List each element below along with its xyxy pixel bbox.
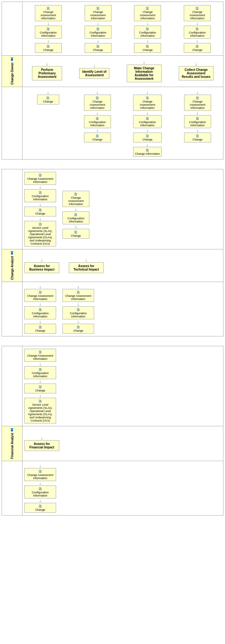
doc-icon: 🗎 [38,469,42,473]
lane-financial-analyst-label: Financial Analyst [10,433,14,459]
arr25: ↓ [41,258,43,262]
arr-in-1: ↓ [46,62,48,66]
doc-icon: 🗎 [38,399,42,403]
process-assess-technical: ↓ Assess for Technical Impact [69,258,104,273]
lane-financial-analyst: 👤 Financial Analyst ↓ Assess for Financi… [2,426,223,461]
lane-change-analyst-content: ↓ Assess for Business Impact ↓ Assess fo… [22,249,223,282]
doc-icon: 🗎 [145,134,150,138]
data-change-4: 🗎 Change [184,43,211,53]
process-identify-level: ↓ Identify Level of Assessment [79,64,109,79]
doc-icon: 🗎 [46,96,50,100]
doc-icon: 🗎 [74,230,78,234]
arr-in-4: ↓ [195,62,197,66]
data-change-assess-4: 🗎 Change Assessment Information [184,5,211,21]
lane-bottom-data: ↓ 🗎 Change ↓ 🗎 Change Assessment Informa… [2,87,223,159]
lane3-bottom-data: ↓ 🗎 Change Assessment Information ↓ 🗎 Co… [2,461,223,516]
data-config-info-2: 🗎 Configuration Information [85,26,112,39]
doc-icon: 🗎 [74,213,78,217]
s3-data-change-1: 🗎 Change [24,384,56,393]
col4-bottom-data: ↓ 🗎 Change Assessment Information ↓ 🗎 Co… [184,90,211,142]
arr4: ↓ [97,39,99,43]
spacer1 [2,159,223,169]
perform-preliminary-assessment[interactable]: Perform Preliminary Assessment [32,66,62,80]
arr16: ↓ [146,142,149,147]
arr9: ↓ [47,90,49,95]
lane-change-owner-content: ↓ Perform Preliminary Assessment ↓ Ident… [22,56,223,87]
lane-top-content: 🗎 Change Assessment Information ↓ 🗎 Conf… [22,2,223,55]
doc-icon: 🗎 [96,44,100,48]
s3-data-config-1: 🗎 Configuration Information [24,366,56,379]
identify-level-assessment[interactable]: Identify Level of Assessment [79,68,109,79]
make-change-info-available[interactable]: Make Change Information Available for As… [127,65,162,82]
assess-for-technical-impact[interactable]: Assess for Technical Impact [69,262,104,273]
col1-s3-out: ↓ 🗎 Change Assessment Information ↓ 🗎 Co… [24,464,56,513]
doc-icon: 🗎 [196,134,200,138]
arr6: ↓ [146,39,149,43]
doc-icon: 🗎 [38,208,42,212]
arr24: ↓ [75,224,77,229]
assess-for-financial-impact[interactable]: Assess for Financial Impact [24,440,59,451]
arr36: ↓ [41,436,43,440]
doc-icon: 🗎 [38,367,42,372]
doc-icon: 🗎 [76,290,80,294]
s3-out-config-1: 🗎 Configuration Information [24,485,56,498]
col1-s3-top: 🗎 Change Assessment Information ↓ 🗎 Conf… [24,349,56,423]
arr34: ↓ [39,379,42,384]
collect-change-assessment[interactable]: Collect Change Assessment Results and Is… [179,66,214,80]
person-icon-analyst: 👤 [10,251,14,255]
assess-for-business-impact[interactable]: Assess for Business Impact [24,262,59,273]
arr27: ↓ [39,284,42,289]
lane3-top-header [2,346,22,426]
arr21: ↓ [39,202,42,207]
arr18: ↓ [196,111,199,115]
doc-icon: 🗎 [195,44,199,48]
process-assess-financial: ↓ Assess for Financial Impact [24,436,59,451]
lane-financial-analyst-content: ↓ Assess for Financial Impact [22,426,223,461]
col2-s2-out: ↓ 🗎 Change Assessment Information ↓ 🗎 Co… [62,284,94,334]
arr1: ↓ [47,21,49,26]
arr35: ↓ [39,393,42,398]
arr-in-2: ↓ [93,64,95,68]
data-config-out-3: 🗎 Configuration Information [133,115,162,128]
arr20: ↓ [39,185,42,189]
lane3-bottom-content: ↓ 🗎 Change Assessment Information ↓ 🗎 Co… [22,461,223,515]
arr39: ↓ [39,498,42,503]
s2-data-config-1: 🗎 Configuration Information [24,189,56,202]
s2-data-assess-2: 🗎 Change Assessment Information [62,191,89,207]
person-icon: 👤 [10,58,14,61]
lane-bottom-header [2,87,22,159]
arr19: ↓ [196,128,199,133]
data-change-out-1: 🗎 Change [37,95,59,104]
col2-s2-top: 🗎 Change Assessment Information ↓ 🗎 Conf… [62,191,89,239]
data-config-info-1: 🗎 Configuration Information [35,26,62,39]
doc-icon: 🗎 [38,325,42,329]
doc-icon: 🗎 [95,96,100,100]
lane3-top-content: 🗎 Change Assessment Information ↓ 🗎 Conf… [22,346,223,426]
process-collect-change: ↓ Collect Change Assessment Results and … [179,62,214,80]
arr17: ↓ [196,90,199,95]
arr3: ↓ [97,21,99,26]
process-make-change-info: ↓ Make Change Information Available for … [127,60,162,82]
lane3-bottom-header [2,461,22,515]
arr28: ↓ [39,302,42,306]
arr32: ↓ [77,319,80,324]
arr11: ↓ [96,111,99,115]
arr2: ↓ [47,39,49,43]
section2: 🗎 Change Assessment Information ↓ 🗎 Conf… [2,169,223,336]
doc-icon: 🗎 [38,290,42,294]
arr22: ↓ [39,216,42,221]
s2-out-assess-1: 🗎 Change Assessment Information [24,289,56,302]
arr26: ↓ [85,258,87,262]
doc-icon: 🗎 [145,44,150,48]
lane3-top-data: 🗎 Change Assessment Information ↓ 🗎 Conf… [2,346,223,426]
doc-icon: 🗎 [38,222,42,226]
lane2-top-data: 🗎 Change Assessment Information ↓ 🗎 Conf… [2,169,223,249]
arr10: ↓ [96,90,99,95]
doc-icon: 🗎 [46,6,50,10]
data-change-out-3: 🗎 Change [133,133,162,142]
data-change-3: 🗎 Change [134,43,161,53]
lane2-bottom-content: ↓ 🗎 Change Assessment Information ↓ 🗎 Co… [22,282,223,336]
doc-icon: 🗎 [195,6,199,10]
arr31: ↓ [77,302,80,306]
doc-icon: 🗎 [145,6,150,10]
